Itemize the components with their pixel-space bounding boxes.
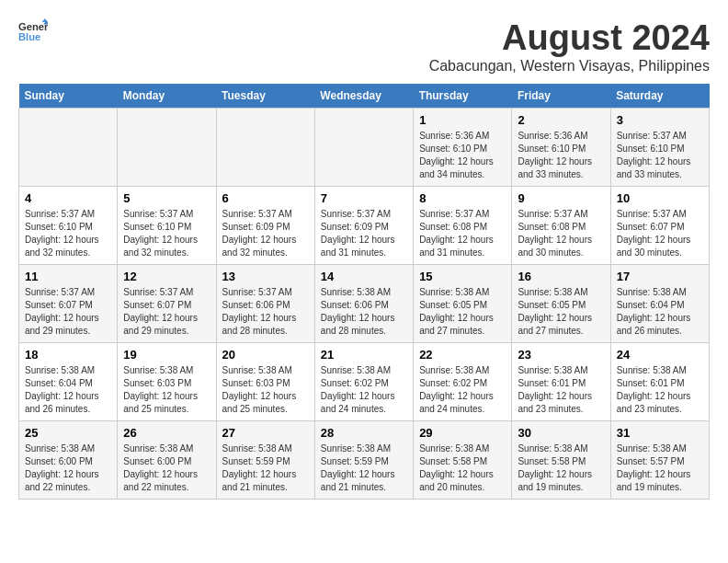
calendar-cell: 6Sunrise: 5:37 AM Sunset: 6:09 PM Daylig…	[216, 187, 314, 265]
day-number: 16	[518, 270, 604, 283]
day-number: 22	[419, 348, 506, 362]
day-number: 14	[321, 270, 407, 283]
day-info: Sunrise: 5:37 AM Sunset: 6:06 PM Dayligh…	[222, 286, 309, 338]
day-info: Sunrise: 5:37 AM Sunset: 6:07 PM Dayligh…	[617, 208, 703, 259]
title-area: August 2024 Cabacungan, Western Visayas,…	[429, 18, 710, 75]
calendar-cell: 11Sunrise: 5:37 AM Sunset: 6:07 PM Dayli…	[19, 265, 118, 343]
calendar-cell: 23Sunrise: 5:38 AM Sunset: 6:01 PM Dayli…	[512, 343, 610, 421]
day-info: Sunrise: 5:38 AM Sunset: 6:03 PM Dayligh…	[222, 364, 309, 416]
day-info: Sunrise: 5:38 AM Sunset: 6:01 PM Dayligh…	[617, 364, 703, 416]
day-info: Sunrise: 5:38 AM Sunset: 5:57 PM Dayligh…	[617, 442, 703, 494]
day-number: 31	[617, 426, 703, 440]
day-number: 17	[617, 270, 703, 283]
day-number: 27	[222, 426, 309, 440]
calendar-cell: 27Sunrise: 5:38 AM Sunset: 5:59 PM Dayli…	[216, 421, 314, 500]
calendar-cell: 30Sunrise: 5:38 AM Sunset: 5:58 PM Dayli…	[512, 421, 610, 500]
day-info: Sunrise: 5:36 AM Sunset: 6:10 PM Dayligh…	[518, 130, 604, 181]
day-info: Sunrise: 5:38 AM Sunset: 5:59 PM Dayligh…	[321, 442, 407, 494]
day-info: Sunrise: 5:38 AM Sunset: 6:02 PM Dayligh…	[419, 364, 506, 416]
calendar-cell: 19Sunrise: 5:38 AM Sunset: 6:03 PM Dayli…	[118, 343, 216, 421]
main-title: August 2024	[429, 18, 710, 58]
calendar-cell: 20Sunrise: 5:38 AM Sunset: 6:03 PM Dayli…	[216, 343, 314, 421]
calendar-cell: 3Sunrise: 5:37 AM Sunset: 6:10 PM Daylig…	[610, 109, 709, 187]
day-number: 26	[123, 426, 210, 440]
day-number: 11	[25, 270, 111, 283]
calendar-cell: 18Sunrise: 5:38 AM Sunset: 6:04 PM Dayli…	[19, 343, 118, 421]
day-info: Sunrise: 5:37 AM Sunset: 6:09 PM Dayligh…	[321, 208, 407, 259]
day-number: 29	[419, 426, 506, 440]
svg-text:Blue: Blue	[18, 31, 40, 42]
calendar-cell	[216, 109, 314, 187]
logo-icon: General Blue	[18, 18, 48, 44]
calendar-cell: 25Sunrise: 5:38 AM Sunset: 6:00 PM Dayli…	[19, 421, 118, 500]
day-number: 1	[419, 113, 506, 127]
calendar-cell: 12Sunrise: 5:37 AM Sunset: 6:07 PM Dayli…	[118, 265, 216, 343]
calendar-week-row: 11Sunrise: 5:37 AM Sunset: 6:07 PM Dayli…	[19, 265, 710, 343]
day-info: Sunrise: 5:37 AM Sunset: 6:10 PM Dayligh…	[25, 208, 111, 259]
day-number: 21	[321, 348, 407, 362]
calendar-cell: 5Sunrise: 5:37 AM Sunset: 6:10 PM Daylig…	[118, 187, 216, 265]
calendar-cell: 24Sunrise: 5:38 AM Sunset: 6:01 PM Dayli…	[610, 343, 709, 421]
calendar-header-saturday: Saturday	[610, 84, 709, 109]
day-info: Sunrise: 5:38 AM Sunset: 6:04 PM Dayligh…	[25, 364, 111, 416]
day-info: Sunrise: 5:37 AM Sunset: 6:08 PM Dayligh…	[419, 208, 506, 259]
day-number: 2	[518, 113, 604, 127]
day-info: Sunrise: 5:38 AM Sunset: 6:03 PM Dayligh…	[123, 364, 210, 416]
day-number: 7	[321, 191, 407, 205]
day-number: 24	[617, 348, 703, 362]
calendar-week-row: 25Sunrise: 5:38 AM Sunset: 6:00 PM Dayli…	[19, 421, 710, 500]
calendar-cell: 17Sunrise: 5:38 AM Sunset: 6:04 PM Dayli…	[610, 265, 709, 343]
day-number: 6	[222, 191, 309, 205]
calendar-cell: 7Sunrise: 5:37 AM Sunset: 6:09 PM Daylig…	[314, 187, 413, 265]
day-number: 4	[25, 191, 111, 205]
calendar-cell: 13Sunrise: 5:37 AM Sunset: 6:06 PM Dayli…	[216, 265, 314, 343]
calendar-cell: 8Sunrise: 5:37 AM Sunset: 6:08 PM Daylig…	[414, 187, 512, 265]
logo: General Blue	[18, 18, 48, 44]
day-number: 25	[25, 426, 111, 440]
day-info: Sunrise: 5:37 AM Sunset: 6:09 PM Dayligh…	[222, 208, 309, 259]
calendar-cell: 4Sunrise: 5:37 AM Sunset: 6:10 PM Daylig…	[19, 187, 118, 265]
day-number: 10	[617, 191, 703, 205]
calendar-cell	[118, 109, 216, 187]
day-number: 20	[222, 348, 309, 362]
day-info: Sunrise: 5:37 AM Sunset: 6:08 PM Dayligh…	[518, 208, 604, 259]
calendar-week-row: 1Sunrise: 5:36 AM Sunset: 6:10 PM Daylig…	[19, 109, 710, 187]
day-number: 18	[25, 348, 111, 362]
day-number: 12	[123, 270, 210, 283]
day-number: 30	[518, 426, 604, 440]
day-number: 8	[419, 191, 506, 205]
day-number: 23	[518, 348, 604, 362]
day-info: Sunrise: 5:38 AM Sunset: 5:58 PM Dayligh…	[518, 442, 604, 494]
calendar-cell: 2Sunrise: 5:36 AM Sunset: 6:10 PM Daylig…	[512, 109, 610, 187]
calendar-cell: 14Sunrise: 5:38 AM Sunset: 6:06 PM Dayli…	[314, 265, 413, 343]
calendar-header-row: SundayMondayTuesdayWednesdayThursdayFrid…	[19, 84, 710, 109]
calendar-week-row: 18Sunrise: 5:38 AM Sunset: 6:04 PM Dayli…	[19, 343, 710, 421]
day-info: Sunrise: 5:38 AM Sunset: 6:00 PM Dayligh…	[25, 442, 111, 494]
calendar-table: SundayMondayTuesdayWednesdayThursdayFrid…	[18, 84, 710, 500]
day-info: Sunrise: 5:38 AM Sunset: 6:00 PM Dayligh…	[123, 442, 210, 494]
calendar-cell: 31Sunrise: 5:38 AM Sunset: 5:57 PM Dayli…	[610, 421, 709, 500]
day-number: 5	[123, 191, 210, 205]
calendar-cell: 10Sunrise: 5:37 AM Sunset: 6:07 PM Dayli…	[610, 187, 709, 265]
calendar-cell: 28Sunrise: 5:38 AM Sunset: 5:59 PM Dayli…	[314, 421, 413, 500]
calendar-cell: 26Sunrise: 5:38 AM Sunset: 6:00 PM Dayli…	[118, 421, 216, 500]
day-info: Sunrise: 5:38 AM Sunset: 6:01 PM Dayligh…	[518, 364, 604, 416]
calendar-cell	[19, 109, 118, 187]
day-info: Sunrise: 5:38 AM Sunset: 5:58 PM Dayligh…	[419, 442, 506, 494]
calendar-header-monday: Monday	[118, 84, 216, 109]
calendar-cell: 16Sunrise: 5:38 AM Sunset: 6:05 PM Dayli…	[512, 265, 610, 343]
calendar-cell: 29Sunrise: 5:38 AM Sunset: 5:58 PM Dayli…	[414, 421, 512, 500]
day-info: Sunrise: 5:37 AM Sunset: 6:07 PM Dayligh…	[25, 286, 111, 338]
day-info: Sunrise: 5:38 AM Sunset: 6:05 PM Dayligh…	[419, 286, 506, 338]
calendar-cell: 21Sunrise: 5:38 AM Sunset: 6:02 PM Dayli…	[314, 343, 413, 421]
calendar-week-row: 4Sunrise: 5:37 AM Sunset: 6:10 PM Daylig…	[19, 187, 710, 265]
calendar-header-tuesday: Tuesday	[216, 84, 314, 109]
day-info: Sunrise: 5:37 AM Sunset: 6:10 PM Dayligh…	[617, 130, 703, 181]
day-info: Sunrise: 5:38 AM Sunset: 6:06 PM Dayligh…	[321, 286, 407, 338]
calendar-cell: 22Sunrise: 5:38 AM Sunset: 6:02 PM Dayli…	[414, 343, 512, 421]
calendar-header-friday: Friday	[512, 84, 610, 109]
day-info: Sunrise: 5:38 AM Sunset: 6:04 PM Dayligh…	[617, 286, 703, 338]
header: General Blue August 2024 Cabacungan, Wes…	[18, 18, 710, 75]
day-info: Sunrise: 5:37 AM Sunset: 6:10 PM Dayligh…	[123, 208, 210, 259]
day-info: Sunrise: 5:37 AM Sunset: 6:07 PM Dayligh…	[123, 286, 210, 338]
